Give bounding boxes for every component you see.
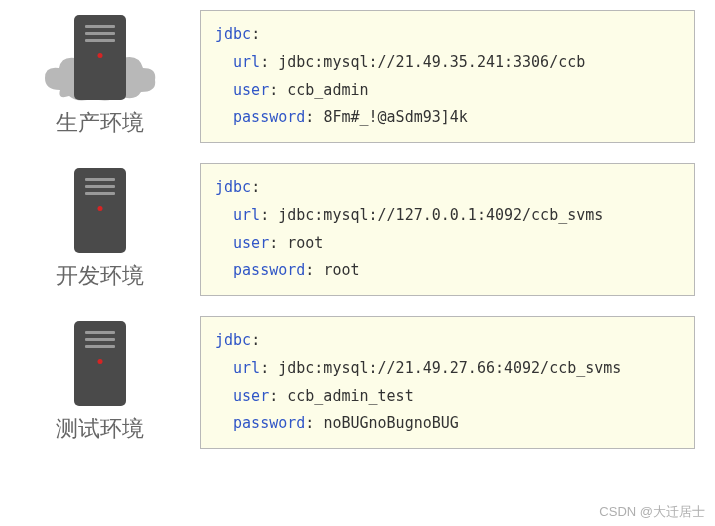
server-led-icon xyxy=(98,206,103,211)
config-block-development: jdbc: url: jdbc:mysql://127.0.0.1:4092/c… xyxy=(200,163,695,296)
key-jdbc: jdbc xyxy=(215,25,251,43)
val-user: ccb_admin xyxy=(287,81,368,99)
server-icon xyxy=(74,168,126,253)
key-url: url xyxy=(233,206,260,224)
val-url: jdbc:mysql://21.49.35.241:3306/ccb xyxy=(278,53,585,71)
env-label: 测试环境 xyxy=(56,414,144,444)
env-row-production: 生产环境 jdbc: url: jdbc:mysql://21.49.35.24… xyxy=(0,10,715,143)
server-wrap xyxy=(74,321,126,406)
val-user: ccb_admin_test xyxy=(287,387,413,405)
key-jdbc: jdbc xyxy=(215,178,251,196)
env-illustration: 生产环境 xyxy=(0,15,200,138)
server-icon xyxy=(74,15,126,100)
val-password: 8Fm#_!@aSdm93]4k xyxy=(323,108,468,126)
server-led-icon xyxy=(98,359,103,364)
val-password: noBUGnoBugnoBUG xyxy=(323,414,458,432)
env-row-test: 测试环境 jdbc: url: jdbc:mysql://21.49.27.66… xyxy=(0,316,715,449)
server-with-cloud xyxy=(74,15,126,100)
env-label: 生产环境 xyxy=(56,108,144,138)
server-led-icon xyxy=(98,53,103,58)
val-url: jdbc:mysql://21.49.27.66:4092/ccb_svms xyxy=(278,359,621,377)
key-password: password xyxy=(233,261,305,279)
server-wrap xyxy=(74,168,126,253)
val-url: jdbc:mysql://127.0.0.1:4092/ccb_svms xyxy=(278,206,603,224)
key-user: user xyxy=(233,387,269,405)
key-password: password xyxy=(233,108,305,126)
key-user: user xyxy=(233,234,269,252)
key-url: url xyxy=(233,53,260,71)
key-user: user xyxy=(233,81,269,99)
key-url: url xyxy=(233,359,260,377)
val-user: root xyxy=(287,234,323,252)
server-icon xyxy=(74,321,126,406)
env-illustration: 测试环境 xyxy=(0,321,200,444)
val-password: root xyxy=(323,261,359,279)
env-row-development: 开发环境 jdbc: url: jdbc:mysql://127.0.0.1:4… xyxy=(0,163,715,296)
key-password: password xyxy=(233,414,305,432)
watermark: CSDN @大迁居士 xyxy=(599,503,705,521)
config-block-test: jdbc: url: jdbc:mysql://21.49.27.66:4092… xyxy=(200,316,695,449)
env-illustration: 开发环境 xyxy=(0,168,200,291)
config-block-production: jdbc: url: jdbc:mysql://21.49.35.241:330… xyxy=(200,10,695,143)
key-jdbc: jdbc xyxy=(215,331,251,349)
env-label: 开发环境 xyxy=(56,261,144,291)
